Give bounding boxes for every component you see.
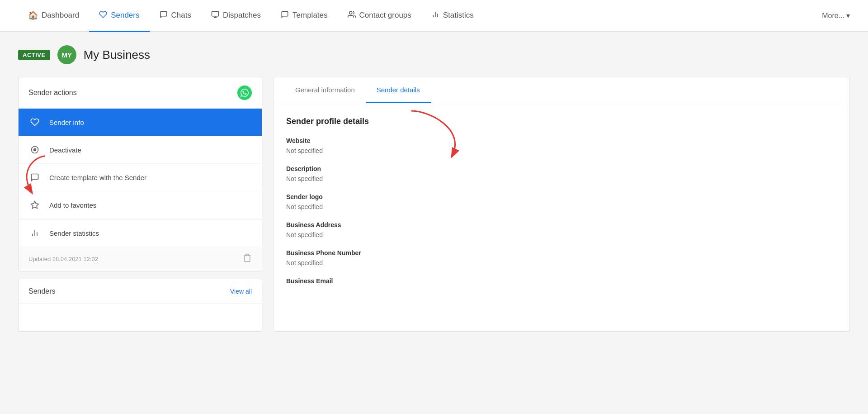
tab-sender-details-label: Sender details (377, 86, 420, 94)
nav-contact-groups[interactable]: Contact groups (338, 0, 421, 32)
bar-chart-icon (28, 227, 41, 239)
home-icon: 🏠 (28, 10, 38, 20)
nav-senders[interactable]: Senders (89, 0, 149, 32)
field-business-phone-label: Business Phone Number (286, 249, 837, 257)
sender-statistics-label: Sender statistics (49, 229, 99, 237)
sender-info-label: Sender info (49, 119, 84, 126)
nav-chats-label: Chats (171, 11, 191, 20)
updated-text: Updated 28.04.2021 12:02 (28, 256, 98, 262)
status-badge: ACTIVE (18, 50, 50, 60)
svg-marker-9 (31, 201, 39, 209)
field-business-email-label: Business Email (286, 277, 837, 285)
field-business-email: Business Email (286, 277, 837, 285)
field-business-phone: Business Phone Number Not specified (286, 249, 837, 266)
left-panel: Sender actions Sender info (18, 77, 262, 332)
view-all-link[interactable]: View all (230, 288, 252, 295)
tab-general-info-label: General information (295, 86, 355, 94)
create-template-item[interactable]: Create template with the Sender (19, 164, 262, 191)
field-sender-logo: Sender logo Not specified (286, 193, 837, 210)
card-footer: Updated 28.04.2021 12:02 (19, 247, 262, 271)
statistics-icon (431, 10, 439, 21)
nav-chats[interactable]: Chats (150, 0, 201, 32)
field-business-address: Business Address Not specified (286, 221, 837, 238)
chats-icon (160, 10, 168, 21)
senders-icon (99, 10, 107, 21)
nav-more[interactable]: More... ▾ (822, 11, 850, 20)
field-website-label: Website (286, 137, 837, 144)
field-sender-logo-value: Not specified (286, 203, 837, 210)
senders-card: Senders View all (18, 279, 262, 332)
page-header: ACTIVE MY My Business (18, 45, 850, 64)
chevron-down-icon: ▾ (846, 11, 850, 20)
sender-statistics-item[interactable]: Sender statistics (19, 219, 262, 247)
contact-groups-icon (348, 10, 356, 21)
create-template-label: Create template with the Sender (49, 174, 146, 181)
nav-templates[interactable]: Templates (271, 0, 337, 32)
sender-info-item[interactable]: Sender info (19, 109, 262, 136)
sender-actions-title: Sender actions (28, 89, 77, 97)
dispatches-icon (211, 10, 219, 21)
sender-info-icon (28, 116, 41, 128)
nav-statistics[interactable]: Statistics (421, 0, 484, 32)
field-sender-logo-label: Sender logo (286, 193, 837, 200)
section-title: Sender profile details (286, 117, 837, 126)
tab-general-info[interactable]: General information (284, 78, 366, 103)
avatar: MY (57, 45, 76, 64)
sender-actions-header: Sender actions (19, 77, 262, 109)
senders-card-title: Senders (28, 287, 56, 295)
nav-dashboard[interactable]: 🏠 Dashboard (18, 0, 89, 32)
tab-sender-details[interactable]: Sender details (366, 78, 431, 103)
tab-content: Sender profile details Website Not speci… (274, 103, 849, 309)
nav-statistics-label: Statistics (443, 11, 474, 20)
nav-senders-label: Senders (111, 11, 139, 20)
field-website-value: Not specified (286, 147, 837, 154)
top-nav: 🏠 Dashboard Senders Chats Dispatches (0, 0, 868, 32)
add-favorites-item[interactable]: Add to favorites (19, 191, 262, 219)
deactivate-label: Deactivate (49, 146, 81, 154)
svg-rect-0 (212, 11, 218, 16)
create-template-icon (28, 171, 41, 184)
nav-more-label: More... (822, 12, 844, 20)
field-description-value: Not specified (286, 175, 837, 182)
add-favorites-label: Add to favorites (49, 201, 96, 209)
field-description-label: Description (286, 165, 837, 172)
sender-actions-card: Sender actions Sender info (18, 77, 262, 271)
star-icon (28, 199, 41, 211)
senders-list (19, 304, 262, 331)
deactivate-item[interactable]: Deactivate (19, 136, 262, 164)
field-business-address-label: Business Address (286, 221, 837, 228)
field-website: Website Not specified (286, 137, 837, 154)
nav-templates-label: Templates (292, 11, 327, 20)
field-business-address-value: Not specified (286, 231, 837, 238)
senders-card-header: Senders View all (19, 279, 262, 304)
nav-contact-groups-label: Contact groups (359, 11, 411, 20)
tabs-bar: General information Sender details (274, 77, 849, 103)
field-description: Description Not specified (286, 165, 837, 182)
field-business-phone-value: Not specified (286, 259, 837, 266)
trash-icon[interactable] (243, 253, 252, 265)
whatsapp-icon (237, 86, 252, 100)
deactivate-icon (28, 143, 41, 156)
nav-dashboard-label: Dashboard (42, 11, 79, 20)
main-content: ACTIVE MY My Business Sender actions (0, 32, 868, 345)
nav-dispatches[interactable]: Dispatches (201, 0, 271, 32)
svg-point-8 (34, 149, 36, 151)
svg-point-3 (349, 11, 352, 14)
content-grid: Sender actions Sender info (18, 77, 850, 332)
right-panel: General information Sender details Sende… (273, 77, 850, 332)
page-title: My Business (84, 48, 150, 62)
nav-dispatches-label: Dispatches (223, 11, 261, 20)
templates-icon (281, 10, 289, 21)
